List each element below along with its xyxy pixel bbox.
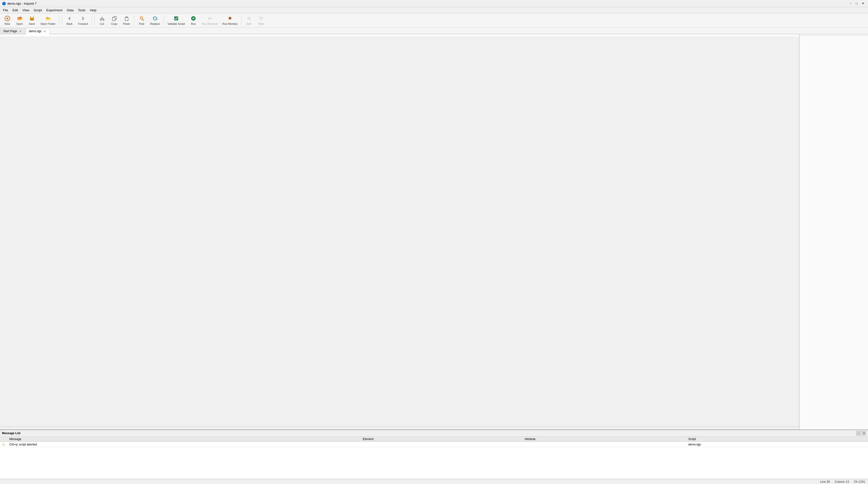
forward-icon — [80, 16, 86, 22]
code-content[interactable] — [0, 34, 799, 36]
title-bar: 🔵 demo.iqjs - Inquisit 7 − □ ✕ — [0, 0, 868, 7]
run-element-icon — [207, 16, 213, 22]
toolbar-btn-copy-label: Copy — [111, 22, 118, 25]
tab-start-page[interactable]: Start Page✕ — [0, 28, 25, 34]
menu-view[interactable]: View — [20, 8, 31, 13]
sort-icon — [246, 16, 252, 22]
maximize-button[interactable]: □ — [854, 1, 860, 6]
run-monkey-icon — [227, 16, 232, 22]
toolbar-btn-run-monkey-label: Run Monkey — [223, 22, 238, 25]
row-attribute — [523, 442, 686, 447]
open-folder-icon — [45, 16, 51, 22]
menu-edit[interactable]: Edit — [10, 8, 20, 13]
toolbar-btn-paste[interactable]: Paste — [121, 14, 132, 27]
close-button[interactable]: ✕ — [860, 1, 866, 6]
toolbar-btn-find[interactable]: Find — [136, 14, 148, 27]
status-ch: Ch 1241 — [854, 480, 865, 484]
col-script: Script — [686, 436, 868, 442]
col-attribute: Attribute — [523, 436, 686, 442]
svg-point-23 — [229, 18, 230, 18]
toolbar-btn-run-element: Run Element — [200, 14, 220, 27]
toolbar-separator — [241, 16, 242, 26]
toolbar-separator — [94, 16, 95, 26]
title-bar-left: 🔵 demo.iqjs - Inquisit 7 — [2, 2, 37, 5]
tab-demo-iqjs[interactable]: demo.iqjs✕ — [26, 28, 50, 34]
code-editor[interactable] — [0, 34, 799, 427]
message-list-title: Message List — [2, 431, 20, 435]
title-bar-controls: − □ ✕ — [847, 1, 866, 6]
tab-start-page-close[interactable]: ✕ — [19, 29, 22, 33]
toolbar-btn-validate-script[interactable]: Validate Script — [165, 14, 187, 27]
toolbar-btn-save[interactable]: Save — [26, 14, 38, 27]
toolbar-btn-paste-label: Paste — [123, 22, 130, 25]
menu-script[interactable]: Script — [32, 8, 44, 13]
status-bar: Line 36 Column 13 Ch 1241 — [0, 479, 868, 484]
col-element: Element — [361, 436, 523, 442]
toolbar-btn-replace[interactable]: Replace — [148, 14, 162, 27]
toolbar-btn-replace-label: Replace — [150, 22, 160, 25]
message-table: Message Element Attribute Script ⚠ Ctrl+… — [0, 436, 868, 447]
toolbar-btn-forward[interactable]: Forward — [76, 14, 90, 27]
editor-wrapper — [0, 34, 799, 427]
right-panel-tree — [800, 36, 868, 429]
toolbar-btn-new[interactable]: New — [1, 14, 13, 27]
toolbar-btn-find-label: Find — [139, 22, 144, 25]
col-icon — [0, 436, 7, 442]
main-area — [0, 34, 868, 429]
run-icon — [191, 16, 196, 22]
toolbar-btn-run-label: Run — [191, 22, 196, 25]
toolbar-separator — [164, 16, 164, 26]
menu-data[interactable]: Data — [65, 8, 75, 13]
row-element — [361, 442, 523, 447]
replace-icon — [152, 16, 158, 22]
menu-tools[interactable]: Tools — [76, 8, 87, 13]
toolbar-btn-filter-label: Filter — [258, 22, 264, 25]
restore-btn[interactable]: □ — [856, 431, 861, 435]
toolbar-btn-back-label: Back — [66, 22, 72, 25]
toolbar-btn-open[interactable]: Open — [14, 14, 26, 27]
svg-rect-5 — [31, 19, 33, 20]
message-table-head: Message Element Attribute Script — [0, 436, 868, 442]
editor-area — [0, 34, 799, 429]
svg-rect-4 — [31, 17, 33, 18]
toolbar-btn-save-label: Save — [29, 22, 35, 25]
cut-icon — [99, 16, 105, 22]
toolbar-btn-copy[interactable]: Copy — [108, 14, 120, 27]
copy-icon — [112, 16, 117, 22]
toolbar-btn-open-folder[interactable]: Open Folder — [38, 14, 58, 27]
col-message: Message — [7, 436, 361, 442]
svg-point-7 — [102, 19, 104, 20]
toolbar-btn-run-element-label: Run Element — [202, 22, 218, 25]
minimize-button[interactable]: − — [847, 1, 853, 6]
table-row: ⚠ Ctrl+q: script aborted. demo.iqjs — [0, 442, 868, 447]
toolbar-btn-cut[interactable]: Cut — [96, 14, 108, 27]
find-icon — [139, 16, 144, 22]
svg-rect-12 — [113, 18, 115, 21]
tab-demo-iqjs-close[interactable]: ✕ — [43, 29, 46, 33]
menu-help[interactable]: Help — [88, 8, 98, 13]
message-table-body: ⚠ Ctrl+q: script aborted. demo.iqjs — [0, 442, 868, 447]
toolbar-btn-filter: Filter — [255, 14, 267, 27]
message-header-row: Message Element Attribute Script — [0, 436, 868, 442]
toolbar-btn-new-label: New — [5, 22, 10, 25]
back-icon — [67, 16, 72, 22]
open-icon — [17, 16, 22, 22]
toolbar-btn-sort-label: Sort — [246, 22, 251, 25]
toolbar-btn-back[interactable]: Back — [64, 14, 75, 27]
menu-experiment[interactable]: Experiment — [44, 8, 65, 13]
row-icon: ⚠ — [0, 442, 7, 447]
message-table-container: Message Element Attribute Script ⚠ Ctrl+… — [0, 436, 868, 479]
app-logo: 🔵 — [2, 2, 6, 5]
right-panel — [799, 34, 868, 429]
toolbar-btn-run-monkey[interactable]: Run Monkey — [220, 14, 240, 27]
editor-tab-bar: Start Page✕demo.iqjs✕ — [0, 28, 868, 34]
toolbar-btn-run[interactable]: Run — [187, 14, 199, 27]
app-title: demo.iqjs - Inquisit 7 — [7, 2, 37, 5]
menu-file[interactable]: File — [1, 8, 10, 13]
horizontal-scrollbar[interactable] — [0, 427, 799, 429]
toolbar-btn-sort: Sort — [243, 14, 255, 27]
close-panel-btn[interactable]: ✕ — [862, 431, 866, 435]
warning-icon: ⚠ — [2, 443, 5, 447]
toolbar: NewOpenSaveOpen FolderBackForwardCutCopy… — [0, 13, 868, 28]
message-list-header-btns: □ ✕ — [856, 431, 866, 435]
